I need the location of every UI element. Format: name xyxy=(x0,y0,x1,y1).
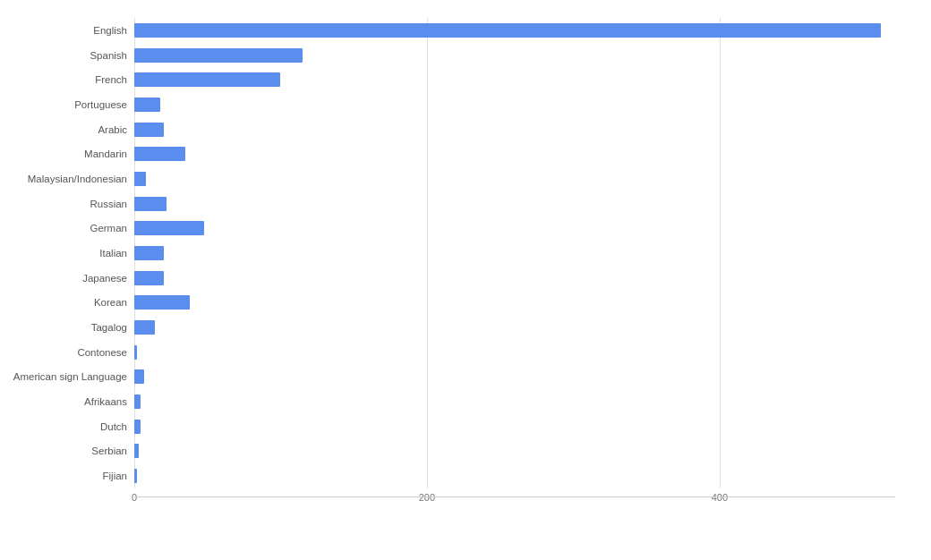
bar-label: Afrikaans xyxy=(9,392,134,412)
bar-row xyxy=(134,22,904,38)
bar xyxy=(134,48,303,63)
bar-label: Fijian xyxy=(9,466,134,486)
bar-row xyxy=(134,72,904,88)
bar-label: Japanese xyxy=(9,268,134,288)
bar-label: Contonese xyxy=(9,343,134,362)
x-axis-line xyxy=(134,496,895,497)
bar-row xyxy=(134,196,904,212)
bar-label: Russian xyxy=(9,194,134,214)
bar-row xyxy=(134,171,904,187)
bar-row xyxy=(134,122,904,138)
bar-row xyxy=(134,319,904,335)
bar-row xyxy=(134,146,904,162)
bar xyxy=(134,444,139,458)
bar-row xyxy=(134,294,904,310)
bar-row xyxy=(134,468,904,484)
bar-label: French xyxy=(9,70,134,89)
bar-row xyxy=(134,369,904,385)
bar xyxy=(134,221,204,235)
x-axis-tick: 400 xyxy=(712,492,728,503)
bar xyxy=(134,147,185,161)
bar-label: Mandarin xyxy=(9,144,134,164)
bar xyxy=(134,420,141,434)
bar-label: Malaysian/Indonesian xyxy=(9,169,134,189)
bar-label: Spanish xyxy=(9,46,134,65)
bar-row xyxy=(134,97,904,113)
bar-label: American sign Language xyxy=(9,367,134,386)
bar-row xyxy=(134,443,904,459)
bar-label: English xyxy=(9,21,134,40)
bar xyxy=(134,172,146,186)
bar xyxy=(134,271,164,285)
bars-area xyxy=(134,18,904,488)
bar xyxy=(134,369,144,384)
bar xyxy=(134,23,881,38)
bar-row xyxy=(134,344,904,361)
bar-label: Italian xyxy=(9,243,134,263)
bar xyxy=(134,98,160,112)
bar xyxy=(134,469,137,483)
bar xyxy=(134,295,190,310)
bar xyxy=(134,123,164,137)
bar-row xyxy=(134,270,904,286)
bar-row xyxy=(134,394,904,410)
bar-label: Dutch xyxy=(9,417,134,437)
bar-row xyxy=(134,47,904,64)
bar xyxy=(134,197,167,211)
bar-label: Tagalog xyxy=(9,318,134,337)
bar-label: Korean xyxy=(9,293,134,312)
x-axis-tick: 0 xyxy=(132,492,137,503)
labels-column: EnglishSpanishFrenchPortugueseArabicMand… xyxy=(9,18,134,488)
x-axis-tick: 200 xyxy=(419,492,435,503)
bar-label: Arabic xyxy=(9,120,134,140)
bar-label: Serbian xyxy=(9,441,134,461)
bar-row xyxy=(134,220,904,236)
chart-container: EnglishSpanishFrenchPortugueseArabicMand… xyxy=(0,0,931,560)
bar xyxy=(134,320,155,335)
bar xyxy=(134,345,137,360)
bar-label: German xyxy=(9,218,134,238)
chart-area: EnglishSpanishFrenchPortugueseArabicMand… xyxy=(9,18,904,488)
bar xyxy=(134,246,164,260)
bar-label: Portuguese xyxy=(9,95,134,115)
bar xyxy=(134,395,141,409)
bar-row xyxy=(134,245,904,261)
bar-row xyxy=(134,419,904,435)
x-axis: 0200400 xyxy=(134,488,904,515)
bar xyxy=(134,72,280,87)
